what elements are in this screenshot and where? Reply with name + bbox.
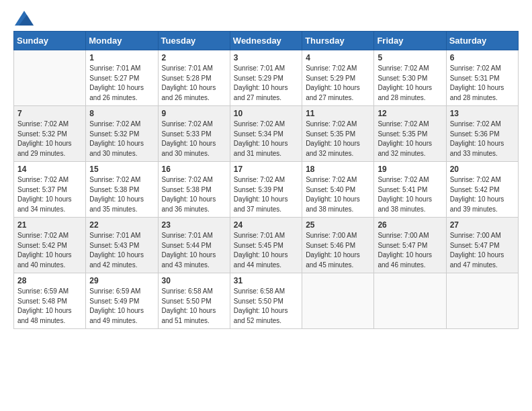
calendar-table: SundayMondayTuesdayWednesdayThursdayFrid… — [13, 31, 519, 329]
day-info: Sunrise: 6:59 AM Sunset: 5:48 PM Dayligh… — [17, 287, 82, 326]
day-info: Sunrise: 7:01 AM Sunset: 5:44 PM Dayligh… — [162, 231, 226, 270]
day-number: 21 — [17, 220, 82, 230]
day-number: 18 — [306, 165, 370, 174]
week-row-2: 14Sunrise: 7:02 AM Sunset: 5:37 PM Dayli… — [14, 162, 519, 218]
week-row-0: 1Sunrise: 7:01 AM Sunset: 5:27 PM Daylig… — [14, 50, 519, 106]
day-number: 1 — [89, 53, 154, 62]
day-number: 8 — [89, 109, 154, 118]
calendar-cell: 20Sunrise: 7:02 AM Sunset: 5:42 PM Dayli… — [446, 162, 518, 218]
calendar-cell: 11Sunrise: 7:02 AM Sunset: 5:35 PM Dayli… — [302, 106, 374, 162]
week-row-1: 7Sunrise: 7:02 AM Sunset: 5:32 PM Daylig… — [14, 106, 519, 162]
day-number: 26 — [378, 220, 442, 230]
calendar-cell: 13Sunrise: 7:02 AM Sunset: 5:36 PM Dayli… — [446, 106, 518, 162]
calendar-cell: 6Sunrise: 7:02 AM Sunset: 5:31 PM Daylig… — [446, 50, 518, 106]
day-info: Sunrise: 7:02 AM Sunset: 5:42 PM Dayligh… — [17, 231, 82, 270]
day-number: 29 — [89, 276, 154, 285]
day-info: Sunrise: 7:00 AM Sunset: 5:46 PM Dayligh… — [306, 231, 370, 270]
calendar-cell: 21Sunrise: 7:02 AM Sunset: 5:42 PM Dayli… — [14, 218, 86, 273]
day-number: 6 — [450, 53, 515, 62]
day-info: Sunrise: 7:02 AM Sunset: 5:38 PM Dayligh… — [162, 175, 226, 214]
day-number: 9 — [162, 109, 226, 118]
day-info: Sunrise: 7:02 AM Sunset: 5:31 PM Dayligh… — [450, 64, 515, 103]
calendar-header: SundayMondayTuesdayWednesdayThursdayFrid… — [14, 32, 519, 50]
weekday-header-wednesday: Wednesday — [230, 32, 302, 50]
day-number: 2 — [162, 53, 226, 62]
day-number: 16 — [162, 165, 226, 174]
calendar-cell: 14Sunrise: 7:02 AM Sunset: 5:37 PM Dayli… — [14, 162, 86, 218]
day-number: 10 — [234, 109, 298, 118]
day-info: Sunrise: 7:01 AM Sunset: 5:29 PM Dayligh… — [234, 64, 298, 103]
day-info: Sunrise: 7:02 AM Sunset: 5:41 PM Dayligh… — [378, 175, 442, 214]
calendar-cell: 2Sunrise: 7:01 AM Sunset: 5:28 PM Daylig… — [158, 50, 230, 106]
weekday-header-sunday: Sunday — [14, 32, 86, 50]
day-number: 14 — [17, 165, 82, 174]
calendar-cell: 8Sunrise: 7:02 AM Sunset: 5:32 PM Daylig… — [86, 106, 158, 162]
week-row-3: 21Sunrise: 7:02 AM Sunset: 5:42 PM Dayli… — [14, 218, 519, 273]
calendar-cell: 24Sunrise: 7:01 AM Sunset: 5:45 PM Dayli… — [230, 218, 302, 273]
day-number: 22 — [89, 220, 154, 230]
calendar-cell: 27Sunrise: 7:00 AM Sunset: 5:47 PM Dayli… — [446, 218, 518, 273]
day-number: 15 — [89, 165, 154, 174]
header — [13, 11, 519, 26]
day-info: Sunrise: 7:00 AM Sunset: 5:47 PM Dayligh… — [378, 231, 442, 270]
calendar-cell: 12Sunrise: 7:02 AM Sunset: 5:35 PM Dayli… — [374, 106, 446, 162]
weekday-header-thursday: Thursday — [302, 32, 374, 50]
day-info: Sunrise: 6:58 AM Sunset: 5:50 PM Dayligh… — [234, 287, 298, 326]
calendar-cell: 3Sunrise: 7:01 AM Sunset: 5:29 PM Daylig… — [230, 50, 302, 106]
day-info: Sunrise: 7:02 AM Sunset: 5:32 PM Dayligh… — [89, 120, 154, 158]
calendar-cell: 10Sunrise: 7:02 AM Sunset: 5:34 PM Dayli… — [230, 106, 302, 162]
day-info: Sunrise: 7:02 AM Sunset: 5:32 PM Dayligh… — [17, 120, 82, 158]
calendar-cell: 4Sunrise: 7:02 AM Sunset: 5:29 PM Daylig… — [302, 50, 374, 106]
calendar-body: 1Sunrise: 7:01 AM Sunset: 5:27 PM Daylig… — [14, 50, 519, 329]
logo — [13, 11, 34, 26]
day-info: Sunrise: 7:01 AM Sunset: 5:28 PM Dayligh… — [162, 64, 226, 103]
calendar-cell: 29Sunrise: 6:59 AM Sunset: 5:49 PM Dayli… — [86, 273, 158, 329]
day-number: 13 — [450, 109, 515, 118]
day-info: Sunrise: 7:02 AM Sunset: 5:37 PM Dayligh… — [17, 175, 82, 214]
day-info: Sunrise: 7:02 AM Sunset: 5:35 PM Dayligh… — [306, 120, 370, 158]
day-number: 25 — [306, 220, 370, 230]
calendar-cell: 19Sunrise: 7:02 AM Sunset: 5:41 PM Dayli… — [374, 162, 446, 218]
calendar-cell: 30Sunrise: 6:58 AM Sunset: 5:50 PM Dayli… — [158, 273, 230, 329]
day-info: Sunrise: 7:02 AM Sunset: 5:38 PM Dayligh… — [89, 175, 154, 214]
weekday-header-monday: Monday — [86, 32, 158, 50]
page: SundayMondayTuesdayWednesdayThursdayFrid… — [0, 0, 532, 340]
weekday-header-row: SundayMondayTuesdayWednesdayThursdayFrid… — [14, 32, 519, 50]
day-info: Sunrise: 7:02 AM Sunset: 5:29 PM Dayligh… — [306, 64, 370, 103]
day-info: Sunrise: 7:00 AM Sunset: 5:47 PM Dayligh… — [450, 231, 515, 270]
calendar-cell: 7Sunrise: 7:02 AM Sunset: 5:32 PM Daylig… — [14, 106, 86, 162]
day-info: Sunrise: 7:02 AM Sunset: 5:34 PM Dayligh… — [234, 120, 298, 158]
calendar-cell: 23Sunrise: 7:01 AM Sunset: 5:44 PM Dayli… — [158, 218, 230, 273]
calendar-cell: 5Sunrise: 7:02 AM Sunset: 5:30 PM Daylig… — [374, 50, 446, 106]
day-info: Sunrise: 7:02 AM Sunset: 5:36 PM Dayligh… — [450, 120, 515, 158]
day-number: 7 — [17, 109, 82, 118]
day-number: 11 — [306, 109, 370, 118]
week-row-4: 28Sunrise: 6:59 AM Sunset: 5:48 PM Dayli… — [14, 273, 519, 329]
day-info: Sunrise: 7:02 AM Sunset: 5:40 PM Dayligh… — [306, 175, 370, 214]
day-info: Sunrise: 7:02 AM Sunset: 5:42 PM Dayligh… — [450, 175, 515, 214]
day-info: Sunrise: 7:02 AM Sunset: 5:30 PM Dayligh… — [378, 64, 442, 103]
day-number: 31 — [234, 276, 298, 285]
calendar-cell: 25Sunrise: 7:00 AM Sunset: 5:46 PM Dayli… — [302, 218, 374, 273]
calendar-cell: 31Sunrise: 6:58 AM Sunset: 5:50 PM Dayli… — [230, 273, 302, 329]
day-info: Sunrise: 7:01 AM Sunset: 5:45 PM Dayligh… — [234, 231, 298, 270]
weekday-header-saturday: Saturday — [446, 32, 518, 50]
day-number: 3 — [234, 53, 298, 62]
calendar-cell: 1Sunrise: 7:01 AM Sunset: 5:27 PM Daylig… — [86, 50, 158, 106]
day-number: 19 — [378, 165, 442, 174]
day-info: Sunrise: 7:02 AM Sunset: 5:35 PM Dayligh… — [378, 120, 442, 158]
day-info: Sunrise: 6:59 AM Sunset: 5:49 PM Dayligh… — [89, 287, 154, 326]
day-number: 30 — [162, 276, 226, 285]
day-number: 24 — [234, 220, 298, 230]
day-info: Sunrise: 7:02 AM Sunset: 5:39 PM Dayligh… — [234, 175, 298, 214]
day-info: Sunrise: 7:02 AM Sunset: 5:33 PM Dayligh… — [162, 120, 226, 158]
day-number: 27 — [450, 220, 515, 230]
logo-icon — [15, 11, 34, 26]
day-info: Sunrise: 6:58 AM Sunset: 5:50 PM Dayligh… — [162, 287, 226, 326]
day-number: 12 — [378, 109, 442, 118]
day-info: Sunrise: 7:01 AM Sunset: 5:27 PM Dayligh… — [89, 64, 154, 103]
day-number: 4 — [306, 53, 370, 62]
day-number: 20 — [450, 165, 515, 174]
day-number: 17 — [234, 165, 298, 174]
calendar-cell: 17Sunrise: 7:02 AM Sunset: 5:39 PM Dayli… — [230, 162, 302, 218]
